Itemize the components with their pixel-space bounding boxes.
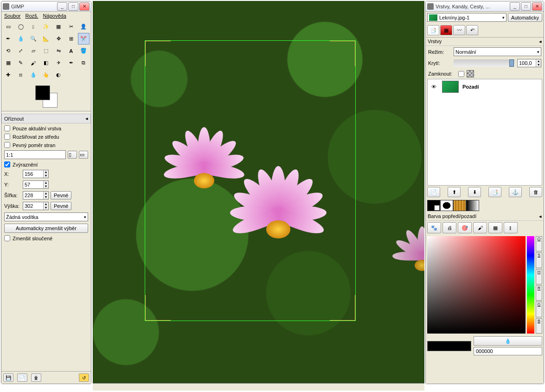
- foreground-select-tool[interactable]: 👤: [78, 21, 90, 32]
- visibility-toggle[interactable]: 👁: [429, 84, 438, 90]
- height-fixed-button[interactable]: Pevné: [51, 202, 71, 210]
- fg-bg-color-swatch[interactable]: [32, 84, 60, 108]
- layer-name[interactable]: Pozadí: [462, 84, 479, 90]
- opt-current-layer[interactable]: Pouze aktuální vrstva: [4, 125, 88, 131]
- aspect-portrait-button[interactable]: ▯: [68, 151, 77, 159]
- crop-handle-bl[interactable]: [145, 295, 171, 321]
- sv-picker[interactable]: [427, 236, 526, 334]
- perspective-clone-tool[interactable]: ⧈: [15, 69, 26, 81]
- text-tool[interactable]: A: [65, 45, 77, 57]
- autoshrink-button[interactable]: Automaticky zmenšit výběr: [4, 224, 88, 233]
- swatch-fgbg[interactable]: [427, 200, 440, 211]
- dock-titlebar[interactable]: Vrstvy, Kanály, Cesty, ... _ □ ✕: [426, 1, 544, 12]
- chan-b[interactable]: B: [536, 318, 542, 334]
- opt-expand-center[interactable]: Rozšiřovat ze středu: [4, 134, 88, 140]
- minimize-button[interactable]: _: [57, 2, 67, 11]
- layers-menu-icon[interactable]: ◂: [539, 39, 542, 45]
- scissors-tool[interactable]: ✂: [65, 21, 77, 32]
- ellipse-select-tool[interactable]: ◯: [15, 21, 26, 32]
- close-button[interactable]: ✕: [79, 2, 90, 11]
- paintbrush-tool[interactable]: 🖌: [27, 57, 39, 69]
- reset-options-button[interactable]: ↺: [79, 373, 89, 382]
- layer-row[interactable]: 👁 Pozadí: [428, 79, 542, 94]
- bucket-fill-tool[interactable]: 🪣: [78, 45, 90, 57]
- image-canvas[interactable]: [93, 1, 424, 391]
- hex-input[interactable]: [474, 347, 542, 355]
- swatch-brush[interactable]: [440, 200, 453, 211]
- opt-shrink-merged[interactable]: Zmenšit sloučené: [4, 235, 88, 241]
- layer-list[interactable]: 👁 Pozadí: [427, 79, 542, 186]
- blend-tool[interactable]: ▦: [2, 57, 14, 69]
- tab-layers[interactable]: 📑: [427, 25, 439, 35]
- aspect-landscape-button[interactable]: ▭: [79, 151, 88, 159]
- width-fixed-button[interactable]: Pevné: [51, 191, 71, 199]
- anchor-layer-button[interactable]: ⚓: [509, 187, 522, 197]
- delete-layer-button[interactable]: 🗑: [529, 187, 542, 197]
- lock-alpha-icon[interactable]: [467, 70, 474, 77]
- swatch-gradient[interactable]: [466, 200, 479, 211]
- blur-tool[interactable]: 💧: [27, 69, 39, 81]
- tab-paths[interactable]: 〰: [453, 25, 465, 35]
- lower-layer-button[interactable]: ⬇: [468, 187, 481, 197]
- rect-select-tool[interactable]: ▭: [2, 21, 14, 32]
- color-picker-tool[interactable]: 💧: [15, 33, 26, 45]
- fg-color[interactable]: [35, 85, 50, 100]
- color-menu-icon[interactable]: ◂: [539, 213, 542, 219]
- x-input[interactable]: ▲▼: [23, 170, 49, 178]
- new-layer-button[interactable]: 📄: [427, 187, 440, 197]
- measure-tool[interactable]: 📐: [40, 33, 51, 45]
- blend-mode-combo[interactable]: Normální▾: [454, 47, 541, 56]
- triangle-selector[interactable]: 🎯: [458, 222, 472, 233]
- eraser-tool[interactable]: ◧: [40, 57, 51, 69]
- menu-ext[interactable]: Rozš.: [25, 13, 38, 19]
- maximize-button[interactable]: □: [521, 2, 531, 11]
- cmyk-selector[interactable]: 🖨: [442, 222, 456, 233]
- align-tool[interactable]: ⊞: [65, 33, 77, 45]
- guides-combo[interactable]: Žádná vodítka▾: [4, 212, 88, 221]
- perspective-tool[interactable]: ⬚: [40, 45, 51, 57]
- hue-slider[interactable]: [527, 236, 534, 334]
- airbrush-tool[interactable]: ✈: [53, 57, 64, 69]
- chan-g[interactable]: G: [536, 302, 542, 317]
- chan-s[interactable]: S: [536, 252, 542, 268]
- height-input[interactable]: ▲▼: [23, 202, 49, 210]
- fuzzy-select-tool[interactable]: ✨: [40, 21, 51, 32]
- flip-tool[interactable]: ⇋: [53, 45, 64, 57]
- heal-tool[interactable]: ✚: [2, 69, 14, 81]
- minimize-button[interactable]: _: [510, 2, 520, 11]
- eyedropper-button[interactable]: 💧: [474, 336, 542, 346]
- close-button[interactable]: ✕: [532, 2, 542, 11]
- dodge-burn-tool[interactable]: ◐: [53, 69, 64, 81]
- raise-layer-button[interactable]: ⬆: [448, 187, 461, 197]
- crop-handle-tl[interactable]: [145, 41, 171, 66]
- chan-r[interactable]: R: [536, 285, 542, 301]
- opacity-input[interactable]: ▲▼: [517, 59, 541, 67]
- restore-options-button[interactable]: 📄: [17, 373, 27, 382]
- menu-file[interactable]: Soubor: [4, 13, 20, 19]
- auto-button[interactable]: Automaticky: [508, 13, 542, 22]
- width-input[interactable]: ▲▼: [23, 191, 49, 199]
- tab-channels[interactable]: ▦: [440, 25, 452, 35]
- move-tool[interactable]: ✥: [53, 33, 64, 45]
- pencil-tool[interactable]: ✎: [15, 57, 26, 69]
- opt-fixed-aspect[interactable]: Pevný poměr stran: [4, 142, 88, 148]
- lock-pixels[interactable]: [458, 71, 464, 77]
- crop-handle-br[interactable]: [330, 295, 355, 321]
- paths-tool[interactable]: ✒: [2, 33, 14, 45]
- chan-h[interactable]: H: [536, 269, 542, 284]
- tab-undo[interactable]: ↶: [466, 25, 478, 35]
- menu-help[interactable]: Nápověda: [43, 13, 66, 19]
- duplicate-layer-button[interactable]: 📑: [488, 187, 501, 197]
- crop-rectangle[interactable]: [145, 40, 356, 321]
- y-input[interactable]: ▲▼: [23, 180, 49, 189]
- gimp-color-selector[interactable]: 🐾: [427, 222, 441, 233]
- rotate-tool[interactable]: ⟲: [2, 45, 14, 57]
- palette-selector[interactable]: ▦: [488, 222, 502, 233]
- crop-tool[interactable]: ✂️: [78, 33, 90, 45]
- crop-handle-tr[interactable]: [330, 41, 355, 66]
- swatch-pattern[interactable]: [453, 200, 466, 211]
- ink-tool[interactable]: ✒: [65, 57, 77, 69]
- shear-tool[interactable]: ▱: [27, 45, 39, 57]
- toolbox-titlebar[interactable]: GIMP _ □ ✕: [1, 1, 91, 12]
- zoom-tool[interactable]: 🔍: [27, 33, 39, 45]
